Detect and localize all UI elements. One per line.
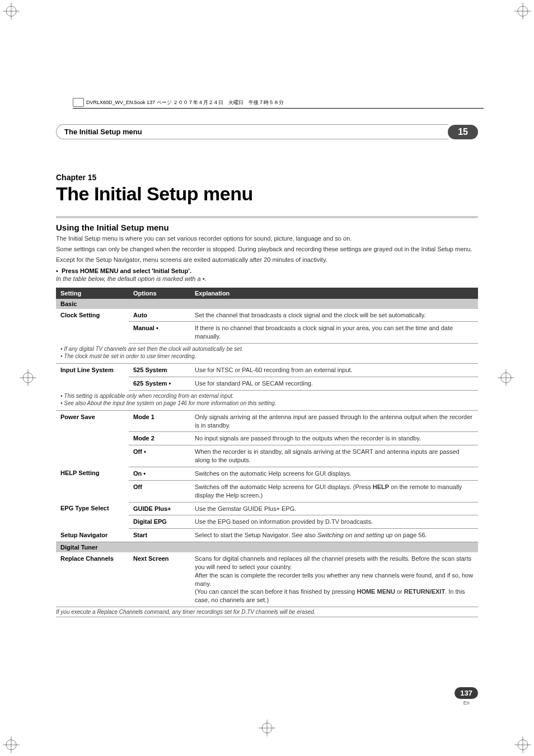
opt-help-off: Off bbox=[129, 480, 190, 502]
opt-digital-epg: Digital EPG bbox=[129, 515, 190, 529]
label-input-line: Input Line System bbox=[56, 364, 129, 391]
settings-table: Setting Options Explanation Basic Clock … bbox=[56, 288, 478, 608]
header-options: Options bbox=[129, 288, 190, 299]
chapter-label: Chapter 15 bbox=[56, 173, 478, 182]
header-setting: Setting bbox=[56, 288, 129, 299]
row-epg-guide: EPG Type Select GUIDE Plus+ Use the Gems… bbox=[56, 502, 478, 515]
registration-mark-left bbox=[20, 369, 36, 386]
exp-replace: Scans for digital channels and replaces … bbox=[190, 552, 478, 607]
intro-para-1: The Initial Setup menu is where you can … bbox=[56, 234, 478, 243]
instruction-bullet-text: Press HOME MENU and select 'Initial Setu… bbox=[62, 267, 191, 274]
exp-mode2: No input signals are passed through to t… bbox=[190, 432, 478, 445]
crop-mark-tr bbox=[514, 3, 531, 20]
exp-clock-auto: Set the channel that broadcasts a clock … bbox=[190, 309, 478, 322]
opt-next-screen: Next Screen bbox=[129, 552, 190, 607]
opt-clock-manual: Manual • bbox=[129, 322, 190, 344]
row-clock-auto: Clock Setting Auto Set the channel that … bbox=[56, 309, 478, 322]
label-help: HELP Setting bbox=[56, 467, 129, 502]
page-lang: En bbox=[455, 700, 478, 706]
intro-para-2: Some settings can only be changed when t… bbox=[56, 245, 478, 253]
page-tab-header: The Initial Setup menu 15 bbox=[56, 124, 478, 139]
opt-mode1: Mode 1 bbox=[129, 410, 190, 432]
label-clock-setting: Clock Setting bbox=[56, 309, 129, 344]
subhead-basic: Basic bbox=[56, 299, 478, 309]
registration-mark-right bbox=[498, 369, 514, 386]
exp-clock-manual: If there is no channel that broadcasts a… bbox=[190, 322, 478, 344]
exp-help-off: Switches off the automatic Help screens … bbox=[190, 480, 478, 502]
row-setup-nav: Setup Navigator Start Select to start th… bbox=[56, 529, 478, 542]
page-number: 137 bbox=[455, 687, 478, 699]
row-input-525: Input Line System 525 System Use for NTS… bbox=[56, 364, 478, 377]
instruction-bullet: • Press HOME MENU and select 'Initial Se… bbox=[56, 267, 478, 274]
opt-525: 525 System bbox=[129, 364, 190, 377]
opt-clock-auto: Auto bbox=[129, 309, 190, 322]
row-replace-channels: Replace Channels Next Screen Scans for d… bbox=[56, 552, 478, 607]
default-marker-note: In the table below, the default option i… bbox=[56, 275, 478, 282]
label-setup-nav: Setup Navigator bbox=[56, 529, 129, 542]
opt-guide-plus: GUIDE Plus+ bbox=[129, 502, 190, 515]
exp-power-off: When the recorder is in standby, all sig… bbox=[190, 445, 478, 467]
exp-525: Use for NTSC or PAL-60 recording from an… bbox=[190, 364, 478, 377]
exp-625: Use for standard PAL or SECAM recording. bbox=[190, 377, 478, 390]
section-heading: Using the Initial Setup menu bbox=[56, 223, 478, 232]
exp-guide-plus: Use the Gemstar GUIDE Plus+ EPG. bbox=[190, 502, 478, 515]
page-number-badge: 137 En bbox=[455, 687, 478, 706]
opt-mode2: Mode 2 bbox=[129, 432, 190, 445]
subhead-digital-tuner: Digital Tuner bbox=[56, 542, 478, 553]
label-replace: Replace Channels bbox=[56, 552, 129, 607]
tab-number: 15 bbox=[448, 125, 478, 139]
registration-mark-bottom bbox=[259, 720, 275, 736]
opt-start: Start bbox=[129, 529, 190, 542]
tab-title: The Initial Setup menu bbox=[56, 124, 448, 139]
exp-digital-epg: Use the EPG based on information provide… bbox=[190, 515, 478, 529]
label-epg: EPG Type Select bbox=[56, 502, 129, 529]
header-explanation: Explanation bbox=[190, 288, 478, 299]
exp-start: Select to start the Setup Navigator. See… bbox=[190, 529, 478, 542]
note-clock: • If any digital TV channels are set the… bbox=[56, 344, 478, 364]
note-input: • This setting is applicable only when r… bbox=[56, 390, 478, 410]
row-power-mode1: Power Save Mode 1 Only signals arriving … bbox=[56, 410, 478, 432]
intro-para-3: Except for the Setup Navigator, menu scr… bbox=[56, 256, 478, 264]
opt-power-off: Off • bbox=[129, 445, 190, 467]
crop-mark-tl bbox=[3, 3, 20, 20]
chapter-title: The Initial Setup menu bbox=[56, 183, 478, 205]
opt-625: 625 System • bbox=[129, 377, 190, 390]
table-foot-note: If you execute a Replace Channels comman… bbox=[56, 607, 478, 617]
row-help-on: HELP Setting On • Switches on the automa… bbox=[56, 467, 478, 480]
opt-help-on: On • bbox=[129, 467, 190, 480]
crop-mark-bl bbox=[3, 736, 20, 753]
label-power-save: Power Save bbox=[56, 410, 129, 467]
exp-help-on: Switches on the automatic Help screens f… bbox=[190, 467, 478, 480]
section-rule bbox=[56, 216, 478, 218]
crop-mark-br bbox=[514, 736, 531, 753]
exp-mode1: Only signals arriving at the antenna inp… bbox=[190, 410, 478, 432]
